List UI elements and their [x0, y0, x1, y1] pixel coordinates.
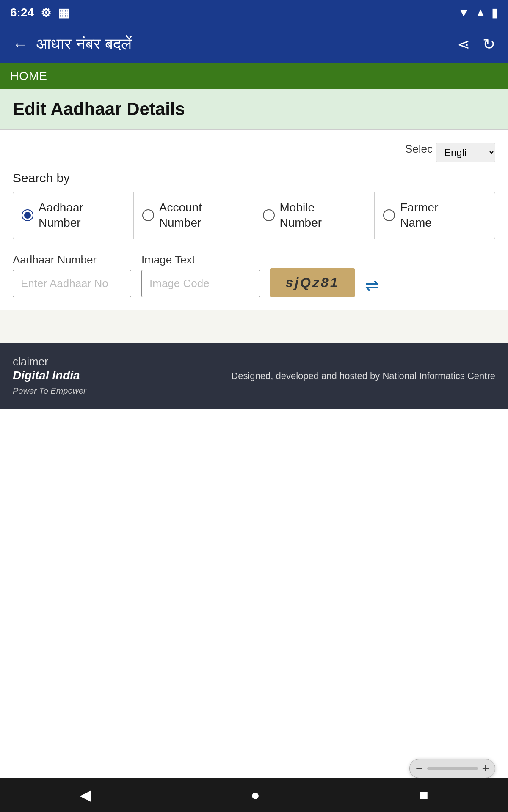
- zoom-bar: − +: [409, 759, 495, 778]
- radio-aadhaar-number[interactable]: AadhaarNumber: [13, 192, 134, 239]
- footer: claimer Digital India Power To Empower D…: [0, 343, 508, 409]
- settings-icon: ⚙: [41, 6, 51, 20]
- form-section: Selec Engli Hindi Search by AadhaarNumbe…: [0, 130, 508, 310]
- android-home-button[interactable]: ●: [251, 786, 260, 804]
- sim-icon: ▦: [58, 6, 69, 20]
- footer-disclaimer: claimer: [13, 355, 86, 368]
- captcha-refresh-button[interactable]: ⇌: [365, 275, 379, 295]
- search-by-label: Search by: [13, 171, 495, 185]
- aadhaar-number-group: Aadhaar Number: [13, 253, 131, 297]
- captcha-group: sjQz81: [270, 252, 355, 297]
- back-button[interactable]: ←: [13, 36, 28, 53]
- radio-mobile-number[interactable]: MobileNumber: [254, 192, 375, 239]
- language-label: Selec: [405, 143, 433, 162]
- digital-india-logo: Digital India Power To Empower: [13, 368, 86, 397]
- language-select[interactable]: Engli Hindi: [436, 143, 495, 162]
- android-recents-button[interactable]: ■: [419, 786, 428, 804]
- search-radio-group: AadhaarNumber AccountNumber MobileNumber…: [13, 192, 495, 239]
- image-code-input[interactable]: [141, 270, 260, 297]
- status-bar: 6:24 ⚙ ▦ ▼ ▲ ▮: [0, 0, 508, 25]
- aadhaar-number-input[interactable]: [13, 270, 131, 297]
- battery-icon: ▮: [491, 6, 498, 20]
- wifi-icon: ▼: [458, 6, 470, 19]
- section-title: Edit Aadhaar Details: [13, 99, 495, 119]
- refresh-button[interactable]: ↻: [483, 36, 495, 53]
- signal-icon: ▲: [475, 6, 486, 19]
- radio-aadhaar-label: AadhaarNumber: [39, 200, 83, 231]
- radio-account-indicator: [142, 209, 154, 221]
- radio-aadhaar-indicator: [22, 209, 33, 221]
- input-row: Aadhaar Number Image Text sjQz81 ⇌: [13, 252, 495, 297]
- radio-farmer-indicator: [383, 209, 395, 221]
- logo-line1: Digital India: [13, 369, 80, 382]
- status-time: 6:24: [10, 6, 34, 19]
- share-button[interactable]: ⋖: [457, 36, 470, 53]
- radio-mobile-indicator: [263, 209, 275, 221]
- image-text-label: Image Text: [141, 253, 260, 266]
- android-back-button[interactable]: ◀: [80, 786, 91, 804]
- radio-farmer-name[interactable]: FarmerName: [375, 192, 495, 239]
- radio-mobile-label: MobileNumber: [280, 200, 322, 231]
- section-header: Edit Aadhaar Details: [0, 89, 508, 130]
- logo-line2: Power To Empower: [13, 386, 86, 395]
- footer-credits: Designed, developed and hosted by Nation…: [231, 370, 495, 381]
- breadcrumb-home[interactable]: HOME: [10, 69, 47, 82]
- android-nav-bar: ◀ ● ■: [0, 778, 508, 812]
- radio-account-label: AccountNumber: [159, 200, 202, 231]
- breadcrumb[interactable]: HOME: [0, 63, 508, 89]
- aadhaar-number-label: Aadhaar Number: [13, 253, 131, 266]
- radio-account-number[interactable]: AccountNumber: [134, 192, 254, 239]
- zoom-out-button[interactable]: −: [416, 762, 422, 775]
- zoom-slider[interactable]: [427, 767, 478, 770]
- top-nav: ← आधार नंबर बदलें ⋖ ↻: [0, 25, 508, 63]
- captcha-label: [270, 252, 355, 265]
- page-title: आधार नंबर बदलें: [36, 35, 449, 54]
- radio-farmer-label: FarmerName: [400, 200, 438, 231]
- zoom-in-button[interactable]: +: [482, 762, 489, 775]
- main-content: Edit Aadhaar Details Selec Engli Hindi S…: [0, 89, 508, 343]
- captcha-image: sjQz81: [270, 268, 355, 297]
- image-text-group: Image Text: [141, 253, 260, 297]
